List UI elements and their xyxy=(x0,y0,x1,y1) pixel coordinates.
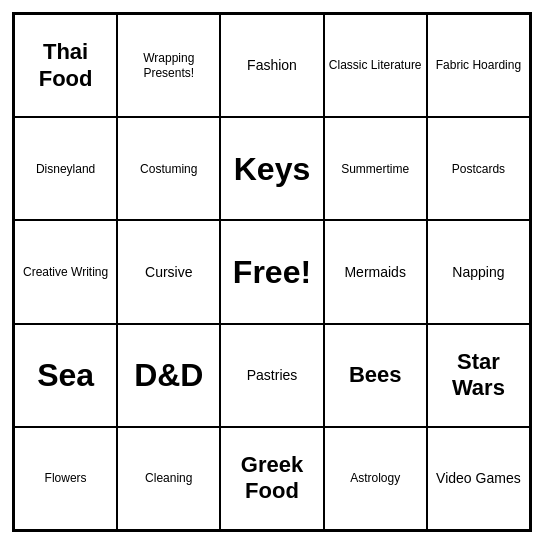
bingo-cell-r0c1: Wrapping Presents! xyxy=(117,14,220,117)
cell-label: Classic Literature xyxy=(329,58,422,72)
cell-label: Fabric Hoarding xyxy=(436,58,521,72)
cell-label: Cleaning xyxy=(145,471,192,485)
cell-label: Pastries xyxy=(247,367,298,384)
cell-label: D&D xyxy=(134,356,203,394)
cell-label: Napping xyxy=(452,264,504,281)
cell-label: Star Wars xyxy=(432,349,525,402)
cell-label: Bees xyxy=(349,362,402,388)
bingo-cell-r4c3: Astrology xyxy=(324,427,427,530)
cell-label: Wrapping Presents! xyxy=(122,51,215,80)
bingo-cell-r1c3: Summertime xyxy=(324,117,427,220)
bingo-cell-r3c0: Sea xyxy=(14,324,117,427)
cell-label: Creative Writing xyxy=(23,265,108,279)
cell-label: Flowers xyxy=(45,471,87,485)
bingo-cell-r1c1: Costuming xyxy=(117,117,220,220)
cell-label: Greek Food xyxy=(225,452,318,505)
bingo-cell-r2c1: Cursive xyxy=(117,220,220,323)
bingo-cell-r2c4: Napping xyxy=(427,220,530,323)
bingo-cell-r2c0: Creative Writing xyxy=(14,220,117,323)
cell-label: Video Games xyxy=(436,470,521,487)
bingo-cell-r0c2: Fashion xyxy=(220,14,323,117)
cell-label: Free! xyxy=(233,253,311,291)
bingo-cell-r4c4: Video Games xyxy=(427,427,530,530)
cell-label: Keys xyxy=(234,150,311,188)
bingo-cell-r1c0: Disneyland xyxy=(14,117,117,220)
cell-label: Costuming xyxy=(140,162,197,176)
bingo-cell-r0c4: Fabric Hoarding xyxy=(427,14,530,117)
bingo-cell-r4c1: Cleaning xyxy=(117,427,220,530)
bingo-cell-r2c3: Mermaids xyxy=(324,220,427,323)
cell-label: Cursive xyxy=(145,264,192,281)
cell-label: Thai Food xyxy=(19,39,112,92)
cell-label: Sea xyxy=(37,356,94,394)
cell-label: Summertime xyxy=(341,162,409,176)
cell-label: Astrology xyxy=(350,471,400,485)
cell-label: Disneyland xyxy=(36,162,95,176)
bingo-cell-r3c1: D&D xyxy=(117,324,220,427)
bingo-cell-r3c2: Pastries xyxy=(220,324,323,427)
bingo-cell-r0c3: Classic Literature xyxy=(324,14,427,117)
bingo-cell-r0c0: Thai Food xyxy=(14,14,117,117)
cell-label: Mermaids xyxy=(344,264,405,281)
bingo-cell-r3c4: Star Wars xyxy=(427,324,530,427)
bingo-cell-r2c2: Free! xyxy=(220,220,323,323)
bingo-cell-r3c3: Bees xyxy=(324,324,427,427)
bingo-board: Thai FoodWrapping Presents!FashionClassi… xyxy=(12,12,532,532)
cell-label: Fashion xyxy=(247,57,297,74)
bingo-cell-r4c0: Flowers xyxy=(14,427,117,530)
bingo-cell-r1c4: Postcards xyxy=(427,117,530,220)
cell-label: Postcards xyxy=(452,162,505,176)
bingo-cell-r4c2: Greek Food xyxy=(220,427,323,530)
bingo-cell-r1c2: Keys xyxy=(220,117,323,220)
